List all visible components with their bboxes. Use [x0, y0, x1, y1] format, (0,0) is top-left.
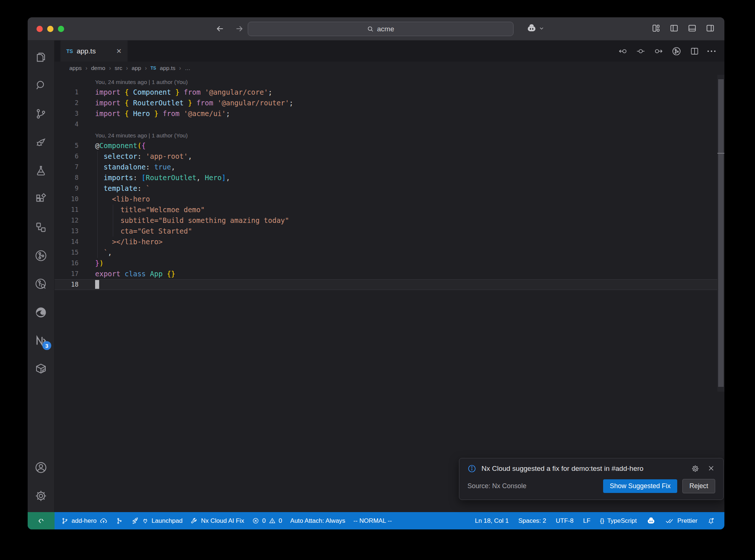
eol-status[interactable]: LF — [583, 517, 591, 525]
chevron-down-icon — [539, 26, 544, 31]
code-line[interactable]: 13 cta="Get Started" — [55, 226, 724, 237]
source-control-icon[interactable] — [30, 102, 52, 126]
code-line[interactable]: 3import { Hero } from '@acme/ui'; — [55, 108, 724, 119]
code-line[interactable]: 2import { RouterOutlet } from '@angular/… — [55, 98, 724, 108]
line-number: 8 — [55, 172, 79, 183]
explorer-icon[interactable] — [30, 45, 52, 69]
breadcrumb-separator: › — [126, 65, 128, 71]
gitlens-graph-icon[interactable] — [671, 46, 682, 56]
containers-icon[interactable] — [30, 357, 52, 381]
gitlens-icon[interactable] — [30, 244, 52, 268]
cursor-position-status[interactable]: Ln 18, Col 1 — [475, 517, 509, 525]
breadcrumb-item[interactable]: demo — [91, 65, 105, 71]
search-sidebar-icon[interactable] — [30, 73, 52, 98]
vim-mode-status[interactable]: -- NORMAL -- — [354, 517, 392, 525]
gitlens-inspect-icon[interactable] — [30, 272, 52, 296]
next-change-icon[interactable] — [654, 46, 663, 56]
show-suggested-fix-button[interactable]: Show Suggested Fix — [603, 479, 677, 493]
line-number: 14 — [55, 237, 79, 247]
run-debug-icon[interactable] — [30, 130, 52, 154]
indentation-status[interactable]: Spaces: 2 — [518, 517, 546, 525]
plug-icon — [142, 518, 149, 524]
git-branch-status[interactable]: add-hero — [61, 517, 108, 525]
breadcrumb-symbol-more[interactable]: … — [185, 65, 191, 71]
code-line[interactable]: 17export class App {} — [55, 269, 724, 279]
code-line[interactable]: 9 template: ` — [55, 183, 724, 194]
code-line[interactable]: 5@Component({ — [55, 140, 724, 151]
line-number: 2 — [55, 98, 79, 108]
code-line[interactable]: 10 <lib-hero — [55, 194, 724, 204]
reject-button[interactable]: Reject — [682, 479, 715, 493]
navigate-forward-button[interactable] — [233, 22, 246, 35]
launchpad-status[interactable]: Launchpad — [131, 517, 182, 525]
breadcrumb-item[interactable]: app — [132, 65, 141, 71]
code-line[interactable]: 11 title="Welcmoe demo" — [55, 204, 724, 215]
customize-layout-button[interactable] — [651, 24, 661, 33]
code-line[interactable]: 7 standalone: true, — [55, 162, 724, 172]
blame-annotation[interactable]: You, 24 minutes ago | 1 author (You) — [95, 79, 188, 85]
encoding-status[interactable]: UTF-8 — [556, 517, 574, 525]
notifications-bell-icon[interactable] — [707, 517, 715, 525]
breadcrumb-file[interactable]: app.ts — [160, 65, 175, 71]
tab-close-icon[interactable]: ✕ — [116, 47, 122, 55]
copilot-menu-button[interactable] — [526, 23, 544, 34]
scrollbar-thumb[interactable] — [718, 79, 724, 387]
project-graph-icon[interactable] — [30, 215, 52, 239]
breadcrumb-separator: › — [109, 65, 111, 71]
copilot-status-icon[interactable] — [646, 516, 656, 526]
language-mode-status[interactable]: {}TypeScript — [600, 517, 637, 525]
toggle-secondary-sidebar-button[interactable] — [706, 24, 715, 33]
prettier-status[interactable]: Prettier — [665, 517, 697, 525]
toggle-primary-sidebar-button[interactable] — [669, 24, 679, 33]
problems-status[interactable]: 0 0 — [252, 517, 282, 525]
toggle-panel-button[interactable] — [688, 24, 697, 33]
accounts-icon[interactable] — [30, 455, 52, 480]
settings-gear-icon[interactable] — [30, 484, 52, 508]
activity-bar-spacer — [30, 385, 52, 455]
notification-settings-icon[interactable] — [691, 464, 700, 473]
blame-annotation[interactable]: You, 24 minutes ago | 1 author (You) — [95, 132, 188, 139]
nx-console-icon[interactable]: 3 — [30, 329, 52, 353]
code-line[interactable]: 12 subtitle="Build something amazing tod… — [55, 215, 724, 226]
indent-guide — [113, 204, 113, 237]
navigate-back-button[interactable] — [214, 22, 226, 35]
open-changes-icon[interactable] — [636, 46, 646, 56]
editor-scrollbar[interactable] — [717, 75, 724, 392]
edge-browser-icon[interactable] — [30, 300, 52, 325]
tab-label: app.ts — [77, 47, 96, 55]
breadcrumb[interactable]: apps›demo›src›app›TSapp.ts›… — [55, 62, 724, 75]
breadcrumb-item[interactable]: apps — [69, 65, 82, 71]
blame-lens-line[interactable]: You, 24 minutes ago | 1 author (You) — [55, 130, 724, 140]
code-line[interactable]: 8 imports: [RouterOutlet, Hero], — [55, 172, 724, 183]
nx-cloud-fix-status[interactable]: Nx Cloud AI Fix — [191, 517, 244, 525]
testing-icon[interactable] — [30, 158, 52, 183]
typescript-file-icon[interactable]: TS — [150, 66, 156, 71]
code-line[interactable]: 14 ></lib-hero> — [55, 237, 724, 247]
commit-graph-status[interactable] — [116, 517, 123, 525]
code-editor[interactable]: You, 24 minutes ago | 1 author (You)1imp… — [55, 75, 724, 512]
blame-lens-line[interactable]: You, 24 minutes ago | 1 author (You) — [55, 76, 724, 87]
close-window-button[interactable] — [36, 26, 43, 32]
more-actions-icon[interactable] — [707, 50, 716, 52]
breadcrumb-separator: › — [179, 65, 181, 71]
code-line[interactable]: 15 `, — [55, 247, 724, 258]
notification-close-icon[interactable] — [707, 464, 715, 473]
code-line[interactable]: 1import { Component } from '@angular/cor… — [55, 87, 724, 98]
editor-group: TS app.ts ✕ — [55, 41, 724, 512]
split-editor-icon[interactable] — [690, 46, 699, 56]
tab-app-ts[interactable]: TS app.ts ✕ — [60, 41, 128, 62]
code-line[interactable]: 16}) — [55, 258, 724, 269]
previous-change-icon[interactable] — [618, 46, 628, 56]
minimize-window-button[interactable] — [47, 26, 53, 32]
code-line[interactable]: 18 — [55, 279, 724, 290]
code-line[interactable]: 6 selector: 'app-root', — [55, 151, 724, 162]
line-number: 18 — [55, 280, 79, 290]
auto-attach-status[interactable]: Auto Attach: Always — [290, 517, 345, 525]
code-line[interactable]: 4 — [55, 119, 724, 130]
error-icon — [252, 517, 259, 524]
command-center-search[interactable]: acme — [248, 22, 514, 36]
zoom-window-button[interactable] — [58, 26, 64, 32]
remote-indicator[interactable] — [28, 512, 55, 529]
breadcrumb-item[interactable]: src — [115, 65, 122, 71]
extensions-icon[interactable] — [30, 187, 52, 211]
